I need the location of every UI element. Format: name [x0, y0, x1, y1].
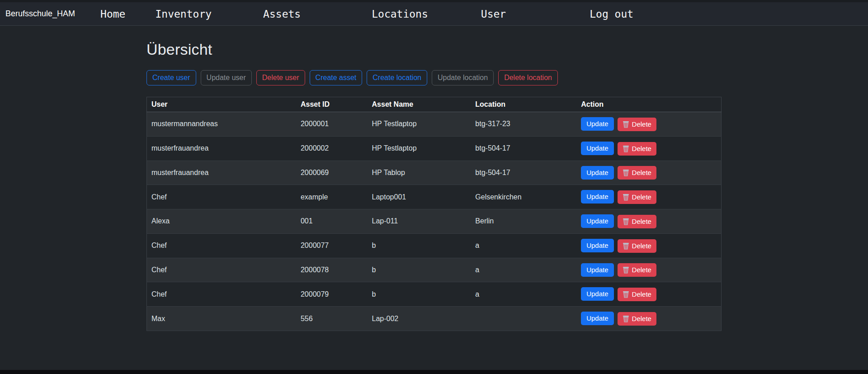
- table-row: Max556Lap-002UpdateDelete: [147, 307, 722, 331]
- update-button[interactable]: Update: [581, 239, 613, 252]
- create-location-button[interactable]: Create location: [367, 70, 427, 85]
- asset-id-cell: 556: [296, 307, 368, 331]
- nav-item-inventory[interactable]: Inventory: [155, 8, 212, 20]
- update-button[interactable]: Update: [581, 263, 613, 277]
- asset-id-cell: 2000002: [296, 136, 368, 161]
- action-cell: UpdateDelete: [576, 282, 721, 307]
- trash-icon: [623, 242, 629, 250]
- delete-button-label: Delete: [632, 168, 651, 177]
- asset-id-cell: 2000069: [296, 161, 368, 185]
- update-location-button[interactable]: Update location: [432, 70, 494, 85]
- delete-button[interactable]: Delete: [618, 263, 656, 277]
- location-cell: a: [471, 282, 576, 307]
- nav-item-log-out[interactable]: Log out: [590, 8, 633, 20]
- update-button[interactable]: Update: [581, 190, 613, 204]
- nav-item-user[interactable]: User: [481, 8, 506, 20]
- nav-menu: HomeInventoryAssetsLocationsUserLog out: [100, 8, 633, 20]
- table-row: musterfrauandrea2000069HP Tablopbtg-504-…: [147, 161, 722, 185]
- table-body: mustermannandreas2000001HP Testlaptopbtg…: [147, 112, 722, 331]
- user-cell: Chef: [147, 258, 296, 282]
- location-cell: a: [471, 233, 576, 258]
- delete-button-label: Delete: [632, 193, 651, 202]
- delete-button[interactable]: Delete: [618, 215, 656, 228]
- asset-name-cell: HP Testlaptop: [368, 136, 471, 161]
- table-row: Alexa001Lap-011BerlinUpdateDelete: [147, 209, 722, 234]
- location-cell: Berlin: [471, 209, 576, 234]
- asset-id-cell: 2000077: [296, 233, 368, 258]
- table-row: mustermannandreas2000001HP Testlaptopbtg…: [147, 112, 722, 137]
- create-asset-button[interactable]: Create asset: [310, 70, 363, 85]
- user-cell: Chef: [147, 185, 296, 209]
- asset-name-cell: Laptop001: [368, 185, 471, 209]
- update-user-button[interactable]: Update user: [201, 70, 252, 85]
- location-cell: [471, 307, 576, 331]
- location-cell: a: [471, 258, 576, 282]
- asset-name-cell: HP Tablop: [368, 161, 471, 185]
- asset-id-cell: 2000078: [296, 258, 368, 282]
- update-button[interactable]: Update: [581, 117, 613, 131]
- window-bottom-edge: [0, 370, 868, 374]
- delete-button[interactable]: Delete: [618, 239, 656, 253]
- update-button[interactable]: Update: [581, 142, 613, 155]
- user-cell: Max: [147, 307, 296, 331]
- asset-name-cell: Lap-011: [368, 209, 471, 234]
- user-cell: Alexa: [147, 209, 296, 234]
- nav-item-home[interactable]: Home: [100, 8, 125, 20]
- location-cell: btg-504-17: [471, 161, 576, 185]
- user-cell: musterfrauandrea: [147, 161, 296, 185]
- trash-icon: [623, 315, 629, 322]
- action-cell: UpdateDelete: [576, 258, 721, 282]
- asset-name-cell: b: [368, 258, 471, 282]
- delete-button-label: Delete: [632, 314, 651, 323]
- user-cell: Chef: [147, 282, 296, 307]
- delete-button-label: Delete: [632, 265, 651, 275]
- update-button[interactable]: Update: [581, 312, 613, 325]
- update-button[interactable]: Update: [581, 214, 613, 228]
- delete-button[interactable]: Delete: [618, 166, 656, 180]
- location-cell: Gelsenkirchen: [471, 185, 576, 209]
- column-header-action: Action: [576, 97, 721, 112]
- user-cell: musterfrauandrea: [147, 136, 296, 161]
- asset-name-cell: b: [368, 282, 471, 307]
- delete-button[interactable]: Delete: [618, 142, 656, 156]
- nav-item-locations[interactable]: Locations: [372, 8, 428, 20]
- nav-item-assets[interactable]: Assets: [263, 8, 301, 20]
- delete-button[interactable]: Delete: [618, 118, 656, 131]
- location-cell: btg-317-23: [471, 112, 576, 137]
- delete-button[interactable]: Delete: [618, 312, 656, 326]
- delete-button-label: Delete: [632, 241, 651, 251]
- table-row: ChefexampleLaptop001GelsenkirchenUpdateD…: [147, 185, 722, 209]
- delete-button[interactable]: Delete: [618, 288, 656, 301]
- delete-button[interactable]: Delete: [618, 190, 656, 204]
- page-title: Übersicht: [146, 41, 722, 58]
- trash-icon: [623, 194, 629, 201]
- delete-button-label: Delete: [632, 217, 651, 226]
- navbar-brand[interactable]: Berufsschule_HAM: [5, 9, 75, 19]
- update-button[interactable]: Update: [581, 166, 613, 180]
- table-row: Chef2000078baUpdateDelete: [147, 258, 722, 282]
- column-header-asset-id: Asset ID: [296, 97, 368, 112]
- action-cell: UpdateDelete: [576, 209, 721, 234]
- column-header-asset-name: Asset Name: [368, 97, 471, 112]
- action-cell: UpdateDelete: [576, 307, 721, 331]
- delete-button-label: Delete: [632, 290, 651, 299]
- table-row: Chef2000077baUpdateDelete: [147, 233, 722, 258]
- toolbar: Create userUpdate userDelete userCreate …: [146, 70, 722, 85]
- asset-name-cell: b: [368, 233, 471, 258]
- update-button[interactable]: Update: [581, 287, 613, 301]
- location-cell: btg-504-17: [471, 136, 576, 161]
- column-header-user: User: [147, 97, 296, 112]
- asset-name-cell: HP Testlaptop: [368, 112, 471, 137]
- delete-user-button[interactable]: Delete user: [256, 70, 305, 85]
- action-cell: UpdateDelete: [576, 112, 721, 137]
- action-cell: UpdateDelete: [576, 161, 721, 185]
- asset-id-cell: 2000001: [296, 112, 368, 137]
- user-cell: mustermannandreas: [147, 112, 296, 137]
- delete-location-button[interactable]: Delete location: [498, 70, 558, 85]
- trash-icon: [623, 291, 629, 298]
- asset-table: UserAsset IDAsset NameLocationAction mus…: [146, 97, 722, 331]
- asset-id-cell: 2000079: [296, 282, 368, 307]
- create-user-button[interactable]: Create user: [146, 70, 196, 85]
- action-cell: UpdateDelete: [576, 136, 721, 161]
- action-cell: UpdateDelete: [576, 233, 721, 258]
